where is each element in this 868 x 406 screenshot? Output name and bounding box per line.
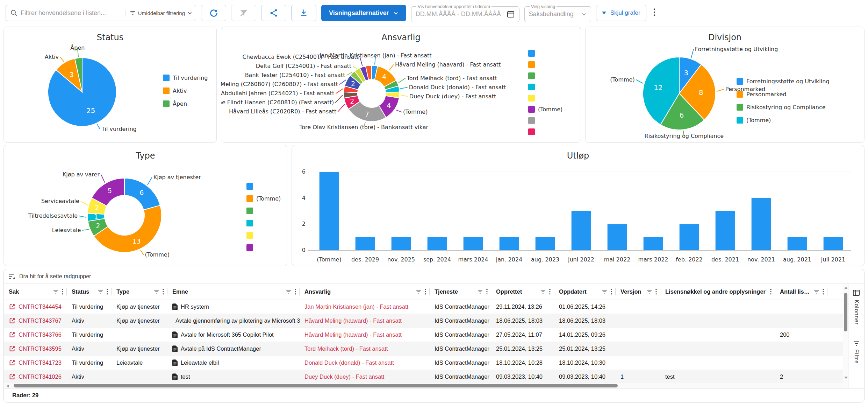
- toolbar-menu-button[interactable]: [651, 7, 658, 19]
- scroll-down-arrow[interactable]: [844, 377, 848, 379]
- legend-item[interactable]: Åpen: [163, 100, 208, 107]
- instant-filter-dropdown[interactable]: Umiddelbar filtrering: [125, 10, 192, 16]
- calendar-icon[interactable]: [507, 10, 515, 18]
- column-header-type[interactable]: Type: [112, 284, 167, 300]
- legend-item[interactable]: [528, 72, 562, 79]
- view-options-button[interactable]: Visningsalternativer: [321, 5, 406, 21]
- scroll-left-arrow[interactable]: [7, 384, 9, 388]
- sak-link[interactable]: CNTRCT341723: [9, 359, 62, 366]
- cell-ansvarlig: Donald Duck (donald) - Fast ansatt: [300, 356, 430, 370]
- side-tab-filtre[interactable]: Filtre: [853, 341, 860, 364]
- document-icon: [172, 373, 178, 380]
- column-filter-icon[interactable]: [53, 289, 58, 294]
- column-header-oppdatert[interactable]: Oppdatert: [554, 284, 616, 300]
- legend-swatch: [528, 117, 535, 124]
- hide-charts-button[interactable]: Skjul grafer: [596, 5, 646, 21]
- table-row[interactable]: CNTRCT343767AktivKjøp av tjenesterAvtale…: [4, 314, 843, 328]
- slice-category-label: (Tomme): [610, 76, 634, 83]
- table-row[interactable]: CNTRCT341026AktivtestDuey Duck (duey) - …: [4, 370, 843, 383]
- sak-link[interactable]: CNTRCT344454: [9, 303, 62, 310]
- cell-opprettet: 29.11.2024, 13:26: [491, 300, 554, 314]
- legend-item[interactable]: [246, 183, 281, 190]
- row-group-dropzone[interactable]: Dra hit for å sette radgrupper: [4, 269, 864, 284]
- column-header-opprettet[interactable]: Opprettet: [491, 284, 554, 300]
- legend-item[interactable]: [246, 208, 281, 214]
- column-header-lisensnokkel[interactable]: Lisensnøkkel og andre opplysninger: [660, 284, 775, 300]
- cell-sak: CNTRCT343767: [4, 314, 67, 328]
- chart-panel-type: Type 6132125Kjøp av tjenester(Tomme)Leie…: [3, 145, 287, 266]
- legend-item[interactable]: [528, 50, 562, 57]
- legend-swatch: [528, 61, 535, 68]
- table-row[interactable]: CNTRCT343595AktivKjøp av tjenesterAvtale…: [4, 342, 843, 356]
- scroll-up-arrow[interactable]: [844, 287, 848, 289]
- sak-link[interactable]: CNTRCT343766: [9, 331, 62, 338]
- column-filter-icon[interactable]: [154, 289, 159, 294]
- horizontal-scrollbar[interactable]: [4, 383, 843, 388]
- legend-item[interactable]: [246, 244, 281, 251]
- x-axis-label: juli 2021: [821, 256, 845, 263]
- vertical-scroll-thumb[interactable]: [844, 293, 847, 331]
- slice-value-label: 4: [382, 73, 386, 80]
- column-filter-icon[interactable]: [286, 289, 291, 294]
- table-row[interactable]: CNTRCT343766Til vurderingAvtale for Micr…: [4, 328, 843, 342]
- toolbar: Umiddelbar filtrering: [0, 0, 868, 24]
- column-header-emne[interactable]: Emne: [167, 284, 300, 300]
- legend-item[interactable]: Aktiv: [163, 88, 208, 94]
- legend-item[interactable]: (Tomme): [528, 106, 562, 113]
- column-filter-icon[interactable]: [647, 289, 652, 294]
- legend-item[interactable]: Risikostyring og Compliance: [737, 104, 830, 111]
- column-filter-icon[interactable]: [478, 289, 483, 294]
- x-axis-label: juni 2022: [568, 256, 594, 263]
- cell-ansvarlig: Jan Martin Kristiansen (jan) - Fast ansa…: [300, 300, 430, 314]
- cell-lisensnokkel: test: [660, 370, 775, 383]
- column-header-versjon[interactable]: Versjon: [616, 284, 660, 300]
- table-row[interactable]: CNTRCT344454Til vurderingKjøp av tjenest…: [4, 300, 843, 314]
- horizontal-scroll-thumb[interactable]: [14, 384, 618, 387]
- sak-link[interactable]: CNTRCT341026: [9, 373, 62, 380]
- sak-link[interactable]: CNTRCT343595: [9, 345, 62, 352]
- column-header-sak[interactable]: Sak: [4, 284, 67, 300]
- column-filter-icon[interactable]: [602, 289, 607, 294]
- legend-item[interactable]: (Tomme): [246, 195, 281, 202]
- legend-item[interactable]: [528, 84, 562, 90]
- column-header-tjeneste[interactable]: Tjeneste: [430, 284, 491, 300]
- legend-item[interactable]: [528, 61, 562, 68]
- legend-item[interactable]: [246, 220, 281, 226]
- side-tab-kolonner[interactable]: Kolonner: [852, 289, 860, 325]
- column-menu-icon[interactable]: [770, 289, 772, 295]
- slice-category-label: Håvard Meling (haavard) - Fast ansatt: [395, 61, 501, 68]
- bar: [320, 172, 339, 250]
- search-input[interactable]: [21, 9, 125, 17]
- column-header-antall[interactable]: Antall lisenser: [775, 284, 827, 300]
- legend-item[interactable]: Forretningsstøtte og Utvikling: [737, 78, 830, 85]
- cell-status: Aktiv: [67, 342, 112, 356]
- column-filter-icon[interactable]: [814, 289, 819, 294]
- column-filter-icon[interactable]: [540, 289, 546, 294]
- chart-panel-utlop: Utløp 0246(Tomme)des. 2029nov. 2025sep. …: [292, 145, 865, 266]
- cell-status: Til vurdering: [67, 300, 112, 314]
- legend-item[interactable]: (Tomme): [737, 117, 830, 124]
- cell-versjon: [616, 356, 660, 370]
- legend-item[interactable]: [528, 117, 562, 124]
- view-select[interactable]: Saksbehandling: [529, 10, 587, 18]
- legend-item[interactable]: Personmarked: [737, 91, 830, 98]
- legend-item[interactable]: Til vurdering: [163, 75, 208, 81]
- column-filter-icon[interactable]: [416, 289, 421, 294]
- table-row[interactable]: CNTRCT341723Til vurderingLeieavtaleLeiea…: [4, 356, 843, 370]
- slice-category-label: Åpen: [70, 44, 85, 51]
- column-header-status[interactable]: Status: [67, 284, 112, 300]
- date-range-input[interactable]: [416, 10, 503, 18]
- download-button[interactable]: [291, 5, 316, 21]
- chart-title-ansvarlig: Ansvarlig: [221, 27, 581, 44]
- cell-sak: CNTRCT344454: [4, 300, 67, 314]
- column-filter-icon[interactable]: [98, 289, 103, 294]
- legend-item[interactable]: [528, 128, 562, 135]
- charts-row-2: Type 6132125Kjøp av tjenester(Tomme)Leie…: [0, 145, 868, 266]
- share-button[interactable]: [261, 5, 286, 21]
- refresh-button[interactable]: [201, 5, 226, 21]
- column-header-ansvarlig[interactable]: Ansvarlig: [300, 284, 430, 300]
- sak-link[interactable]: CNTRCT343767: [9, 317, 62, 324]
- legend-item[interactable]: [528, 95, 562, 102]
- vertical-scrollbar[interactable]: [843, 284, 848, 388]
- legend-item[interactable]: [246, 232, 281, 239]
